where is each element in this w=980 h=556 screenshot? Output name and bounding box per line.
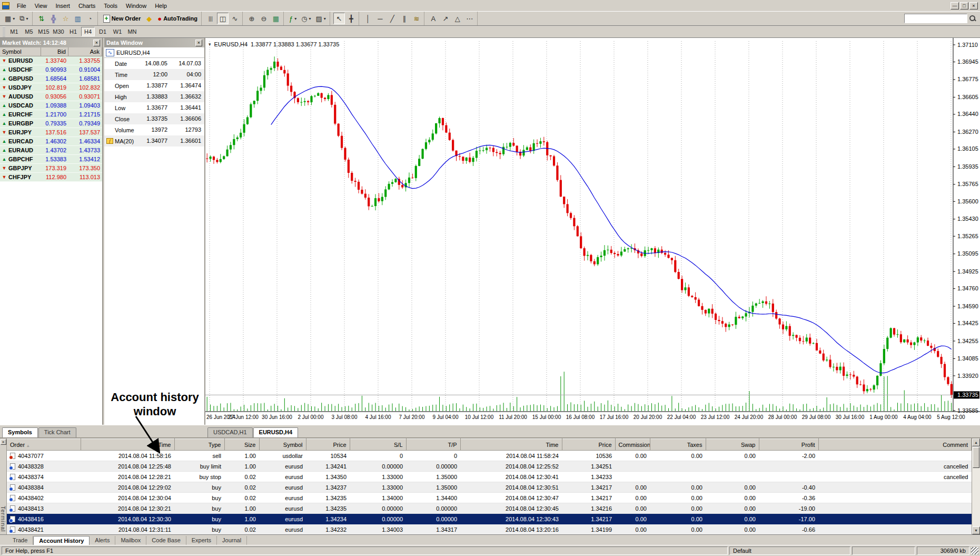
column-t-p-7[interactable]: T/P [406, 439, 460, 451]
history-row-40437077[interactable]: 404370772014.08.04 11:58:16sell1.00usdol… [7, 451, 972, 461]
chart-candles-button[interactable]: ◫ [217, 13, 229, 24]
search-icon[interactable] [969, 15, 976, 22]
terminal-close-icon[interactable]: × [1, 439, 6, 445]
new-chart-caret-icon[interactable]: ▾ [13, 16, 15, 21]
column-size-3[interactable]: Size [224, 439, 259, 451]
fibonacci-button[interactable]: ≋ [411, 13, 422, 24]
terminal-tab-journal[interactable]: Journal [217, 536, 247, 545]
column-s-l-6[interactable]: S/L [350, 439, 406, 451]
column-symbol[interactable]: Symbol [0, 47, 41, 56]
market-watch-row-gbpchf[interactable]: ▲GBPCHF1.533831.53412 [0, 155, 102, 164]
templates-button[interactable]: ▨▾ [314, 13, 328, 24]
history-row-40438384[interactable]: 404383842014.08.04 12:29:02buy0.02eurusd… [7, 482, 972, 493]
periods-button[interactable]: ◷▾ [299, 13, 313, 24]
column-time-8[interactable]: Time [460, 439, 562, 451]
toolbar-grip[interactable] [3, 26, 5, 37]
chart-dropdown-icon[interactable]: ▾ [209, 42, 211, 47]
timeframe-m30[interactable]: M30 [52, 27, 65, 36]
history-row-40438413[interactable]: 404384132014.08.04 12:30:21buy1.00eurusd… [7, 503, 972, 514]
menu-insert[interactable]: Insert [51, 2, 74, 10]
market-watch-row-eurgbp[interactable]: ▲EURGBP0.793350.79349 [0, 119, 102, 128]
history-row-40438402[interactable]: 404384022014.08.04 12:30:04buy0.02eurusd… [7, 493, 972, 503]
status-profile[interactable]: Default [729, 547, 850, 555]
metaeditor-button[interactable]: ◆ [143, 13, 155, 24]
cursor-button[interactable]: ↖ [333, 13, 345, 24]
column-commission-10[interactable]: Commission [615, 439, 650, 451]
crosshair-button[interactable]: ╋ [345, 13, 357, 24]
terminal-tab-experts[interactable]: Experts [186, 536, 217, 545]
history-row-40438416[interactable]: 404384162014.08.04 12:30:30buy1.00eurusd… [7, 514, 972, 524]
column-order-0[interactable]: Order▵ [7, 439, 81, 451]
arrow-object-button[interactable]: ↗ [440, 13, 451, 24]
terminal-scrollbar[interactable]: ▲ ▼ [972, 438, 980, 534]
more-objects-button[interactable]: ⋯ [464, 13, 476, 24]
column-price-9[interactable]: Price [562, 439, 615, 451]
market-watch-row-usdjpy[interactable]: ▼USDJPY102.819102.832 [0, 83, 102, 92]
profiles-button[interactable]: ⧉▾ [17, 13, 30, 24]
navigator-toggle-button[interactable]: ☆ [60, 13, 72, 24]
chart-bars-button[interactable]: ||| [205, 13, 216, 24]
resize-grip[interactable] [971, 547, 978, 554]
menu-tools[interactable]: Tools [100, 2, 122, 10]
autotrading-button[interactable]: ●AutoTrading [155, 13, 200, 24]
market-watch-row-gbpjpy[interactable]: ▼GBPJPY173.319173.350 [0, 164, 102, 173]
vertical-line-button[interactable]: │ [362, 13, 374, 24]
chart-line-button[interactable]: ∿ [229, 13, 241, 24]
market-watch-row-audusd[interactable]: ▼AUDUSD0.930560.93071 [0, 92, 102, 101]
timeframe-m5[interactable]: M5 [22, 27, 36, 36]
terminal-toggle-button[interactable]: ▥ [72, 13, 84, 24]
periods-caret-icon[interactable]: ▾ [309, 16, 311, 21]
shapes-button[interactable]: △ [452, 13, 463, 24]
terminal-tab-trade[interactable]: Trade [7, 536, 33, 545]
timeframe-h1[interactable]: H1 [66, 27, 80, 36]
tab-tick-chart[interactable]: Tick Chart [38, 427, 76, 437]
menu-window[interactable]: Window [122, 2, 151, 10]
new-chart-button[interactable]: ▦▾ [3, 13, 17, 24]
market-watch-row-euraud[interactable]: ▲EURAUD1.437021.43733 [0, 146, 102, 155]
timeframe-w1[interactable]: W1 [111, 27, 124, 36]
timeframe-m1[interactable]: M1 [7, 27, 21, 36]
market-watch-row-eurjpy[interactable]: ▼EURJPY137.516137.537 [0, 128, 102, 137]
zoom-out-button[interactable]: ⊖ [258, 13, 270, 24]
scroll-up-icon[interactable]: ▲ [972, 438, 980, 446]
timeframe-mn[interactable]: MN [125, 27, 139, 36]
minimize-button[interactable]: — [951, 2, 959, 9]
trendline-button[interactable]: ╱ [387, 13, 398, 24]
timeframe-d1[interactable]: D1 [96, 27, 110, 36]
menu-file[interactable]: File [13, 2, 31, 10]
templates-caret-icon[interactable]: ▾ [324, 16, 326, 21]
indicators-button[interactable]: ƒ▾ [287, 13, 299, 24]
tab-symbols[interactable]: Symbols [2, 427, 38, 437]
chart-tab-eurusd-h4[interactable]: EURUSD,H4 [253, 427, 299, 437]
history-row-40438374[interactable]: 404383742014.08.04 12:28:21buy stop0.02e… [7, 472, 972, 482]
column-bid[interactable]: Bid [41, 47, 68, 56]
terminal-tab-alerts[interactable]: Alerts [90, 536, 115, 545]
profiles-caret-icon[interactable]: ▾ [26, 16, 28, 21]
channel-button[interactable]: ∥ [399, 13, 410, 24]
column-price-5[interactable]: Price [306, 439, 350, 451]
column-comment-14[interactable]: Comment [818, 439, 972, 451]
column-profit-13[interactable]: Profit [759, 439, 818, 451]
terminal-tab-account-history[interactable]: Account History [33, 536, 90, 545]
new-order-button[interactable]: +New Order [101, 13, 143, 24]
timeframe-m15[interactable]: M15 [37, 27, 51, 36]
zoom-in-button[interactable]: ⊕ [246, 13, 258, 24]
market-watch-row-gbpusd[interactable]: ▲GBPUSD1.685641.68581 [0, 74, 102, 83]
terminal-tab-code-base[interactable]: Code Base [146, 536, 186, 545]
column-ask[interactable]: Ask [68, 47, 102, 56]
market-watch-close-icon[interactable]: × [93, 40, 100, 46]
tile-windows-button[interactable]: ▦ [270, 13, 282, 24]
data-window-close-icon[interactable]: × [195, 40, 202, 46]
search-input[interactable] [904, 14, 967, 23]
column-swap-12[interactable]: Swap [706, 439, 759, 451]
timeframe-h4[interactable]: H4 [81, 27, 95, 36]
data-window-toggle-button[interactable]: ╬ [48, 13, 60, 24]
column-symbol-4[interactable]: Symbol [259, 439, 306, 451]
strategy-tester-toggle-button[interactable]: ◔ [84, 13, 96, 24]
chart-tab-usdcad-h1[interactable]: USDCAD,H1 [207, 427, 253, 437]
history-row-40438328[interactable]: 404383282014.08.04 12:25:48buy limit1.00… [7, 461, 972, 472]
scroll-down-icon[interactable]: ▼ [972, 526, 980, 534]
column-taxes-11[interactable]: Taxes [650, 439, 706, 451]
market-watch-row-eurusd[interactable]: ▼EURUSD1.337401.33755 [0, 56, 102, 65]
scroll-thumb[interactable] [973, 447, 979, 468]
